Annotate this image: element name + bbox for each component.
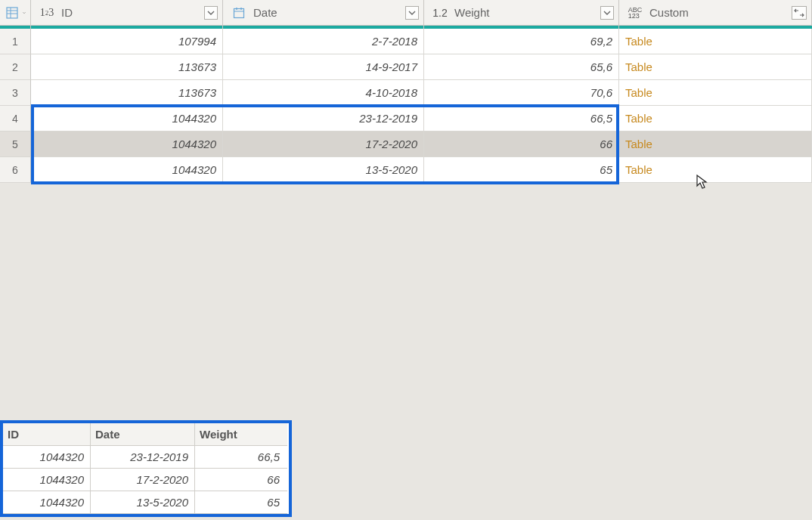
cell-weight[interactable]: 69,2 xyxy=(424,29,619,54)
preview-cell-id: 1044320 xyxy=(3,469,91,491)
preview-cell-weight: 66,5 xyxy=(195,446,287,469)
cell-date[interactable]: 23-12-2019 xyxy=(223,106,424,132)
preview-cell-date: 13-5-2020 xyxy=(91,491,195,514)
column-header-date[interactable]: Date xyxy=(223,0,424,26)
chevron-down-icon xyxy=(603,9,611,17)
svg-rect-4 xyxy=(234,8,244,17)
preview-cell-date: 17-2-2020 xyxy=(91,469,195,491)
cell-id[interactable]: 113673 xyxy=(31,54,223,80)
column-header-weight[interactable]: 1.2 Weight xyxy=(424,0,619,26)
cell-weight[interactable]: 65,6 xyxy=(424,54,619,80)
table-icon xyxy=(6,6,18,20)
preview-header-row: ID Date Weight xyxy=(3,423,289,446)
cell-custom[interactable]: Table xyxy=(619,80,812,106)
chevron-down-icon xyxy=(207,9,215,17)
column-header-label: Custom xyxy=(649,6,689,19)
cell-weight[interactable]: 65 xyxy=(424,157,619,183)
row-number[interactable]: 6 xyxy=(0,157,31,183)
table-row[interactable]: 11079942-7-201869,2Table xyxy=(0,29,812,54)
column-filter-button-date[interactable] xyxy=(405,6,419,20)
query-editor-grid: 123 ID Date 1.2 Weight ABC123 Custom xyxy=(0,0,812,183)
row-number[interactable]: 3 xyxy=(0,80,31,106)
preview-header-date[interactable]: Date xyxy=(91,423,195,446)
row-number[interactable]: 4 xyxy=(0,106,31,132)
table-row[interactable]: 6104432013-5-202065Table xyxy=(0,157,812,183)
preview-row[interactable]: 104432013-5-202065 xyxy=(3,491,289,514)
any-type-icon: ABC123 xyxy=(625,6,645,20)
preview-cell-id: 1044320 xyxy=(3,491,91,514)
cell-custom[interactable]: Table xyxy=(619,157,812,183)
preview-cell-date: 23-12-2019 xyxy=(91,446,195,469)
column-header-label: Date xyxy=(253,6,277,19)
preview-row[interactable]: 104432017-2-202066 xyxy=(3,469,289,491)
preview-cell-weight: 66 xyxy=(195,469,287,491)
expand-icon xyxy=(794,8,804,17)
cell-custom[interactable]: Table xyxy=(619,132,812,157)
cell-custom[interactable]: Table xyxy=(619,54,812,80)
cell-weight[interactable]: 66 xyxy=(424,132,619,157)
table-row[interactable]: 5104432017-2-202066Table xyxy=(0,132,812,157)
cell-weight[interactable]: 70,6 xyxy=(424,80,619,106)
table-row[interactable]: 211367314-9-201765,6Table xyxy=(0,54,812,80)
date-type-icon xyxy=(229,6,249,20)
cell-id[interactable]: 107994 xyxy=(31,29,223,54)
whole-number-type-icon: 123 xyxy=(37,6,57,20)
preview-header-weight[interactable]: Weight xyxy=(195,423,287,446)
column-header-custom[interactable]: ABC123 Custom xyxy=(619,0,812,26)
cell-weight[interactable]: 66,5 xyxy=(424,106,619,132)
preview-row[interactable]: 104432023-12-201966,5 xyxy=(3,446,289,469)
data-rows: 11079942-7-201869,2Table211367314-9-2017… xyxy=(0,29,812,183)
cell-date[interactable]: 14-9-2017 xyxy=(223,54,424,80)
preview-cell-weight: 65 xyxy=(195,491,287,514)
record-preview-pane: ID Date Weight 104432023-12-201966,51044… xyxy=(0,420,292,517)
cell-id[interactable]: 1044320 xyxy=(31,132,223,157)
row-number[interactable]: 2 xyxy=(0,54,31,80)
decimal-type-icon: 1.2 xyxy=(430,6,450,20)
column-header-row: 123 ID Date 1.2 Weight ABC123 Custom xyxy=(0,0,812,26)
row-number[interactable]: 1 xyxy=(0,29,31,54)
column-header-id[interactable]: 123 ID xyxy=(31,0,223,26)
cell-id[interactable]: 1044320 xyxy=(31,106,223,132)
cell-custom[interactable]: Table xyxy=(619,106,812,132)
cell-date[interactable]: 17-2-2020 xyxy=(223,132,424,157)
column-header-label: Weight xyxy=(454,6,489,19)
cell-id[interactable]: 1044320 xyxy=(31,157,223,183)
table-options-button[interactable] xyxy=(0,0,31,26)
column-filter-button-weight[interactable] xyxy=(600,6,614,20)
cell-custom[interactable]: Table xyxy=(619,29,812,54)
column-expand-button-custom[interactable] xyxy=(792,6,807,20)
cell-date[interactable]: 4-10-2018 xyxy=(223,80,424,106)
chevron-down-icon xyxy=(23,9,26,17)
table-row[interactable]: 4104432023-12-201966,5Table xyxy=(0,106,812,132)
cell-id[interactable]: 113673 xyxy=(31,80,223,106)
table-row[interactable]: 31136734-10-201870,6Table xyxy=(0,80,812,106)
cell-date[interactable]: 2-7-2018 xyxy=(223,29,424,54)
row-number[interactable]: 5 xyxy=(0,132,31,157)
column-header-label: ID xyxy=(61,6,73,19)
chevron-down-icon xyxy=(408,9,416,17)
preview-rows: 104432023-12-201966,5104432017-2-2020661… xyxy=(3,446,289,514)
svg-rect-0 xyxy=(7,8,17,18)
preview-cell-id: 1044320 xyxy=(3,446,91,469)
column-filter-button-id[interactable] xyxy=(204,6,218,20)
cell-date[interactable]: 13-5-2020 xyxy=(223,157,424,183)
preview-header-id[interactable]: ID xyxy=(3,423,91,446)
